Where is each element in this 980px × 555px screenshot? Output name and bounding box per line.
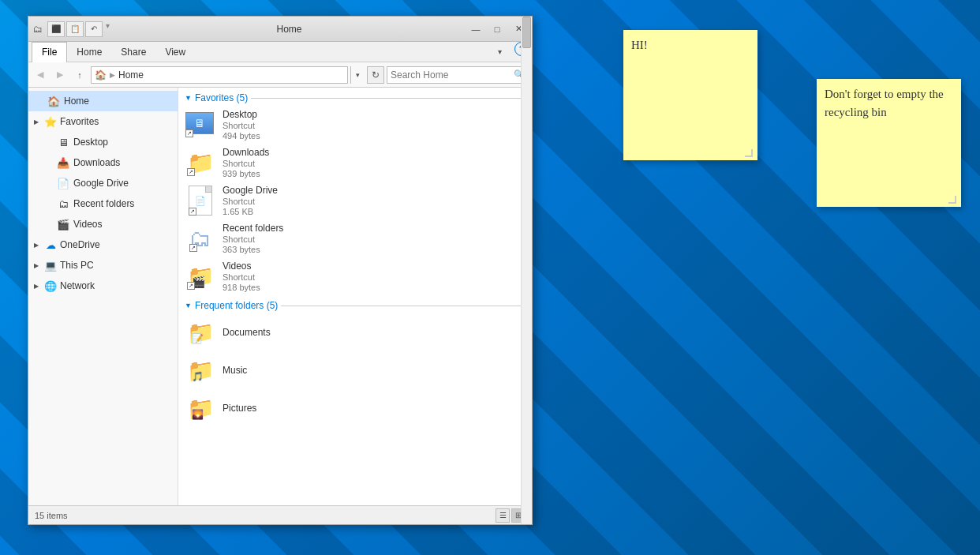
sticky-note-2[interactable]: Don't forget to empty the recycling bin [817,79,961,207]
file-name-pictures: Pictures [223,403,256,414]
file-icon-desktop: 🖥 ↗ [185,109,216,141]
title-bar-controls: — □ ✕ [466,21,529,37]
expand-this-pc-icon: ▶ [32,262,41,269]
file-item-recent-folders[interactable]: 🗂 ↗ Recent folders Shortcut 363 bytes [178,219,532,257]
file-type-downloads: Shortcut [223,159,269,168]
google-drive-icon: 📄 [57,177,69,189]
quick-access-tool-2[interactable]: 📋 [66,21,84,37]
sidebar-label-videos: Videos [73,219,102,230]
address-chevron: ▶ [110,71,115,79]
file-icon-music: 📁 🎵 [185,354,216,386]
file-explorer-window: 🗂 ⬛ 📋 ↶ ▾ Home — □ ✕ File Home Share Vie… [28,16,533,525]
home-icon: 🏠 [47,95,60,107]
title-bar: 🗂 ⬛ 📋 ↶ ▾ Home — □ ✕ [28,17,532,42]
favorites-icon: ⭐ [44,115,57,128]
sidebar-label-network: Network [60,280,95,291]
sticky-note-1[interactable]: HI! [623,30,757,160]
file-icon-videos: 📁 🎬 ↗ [185,261,216,292]
favorites-section-header[interactable]: ▼ Favorites (5) [178,88,532,106]
scrollbar[interactable] [521,88,532,505]
expand-favorites-icon: ▶ [32,118,41,126]
file-info-google-drive: Google Drive Shortcut 1.65 KB [223,185,278,216]
file-item-desktop[interactable]: 🖥 ↗ Desktop Shortcut 494 bytes [178,106,532,144]
ribbon-expand-btn[interactable]: ▾ [488,42,511,62]
forward-button[interactable]: ▶ [51,66,69,84]
expand-onedrive-icon: ▶ [32,242,41,249]
status-bar: 15 items ☰ ⊞ [28,505,532,524]
sidebar-item-downloads[interactable]: 📥 Downloads [28,152,178,173]
file-info-recent-folders: Recent folders Shortcut 363 bytes [223,223,283,254]
sidebar-item-google-drive[interactable]: 📄 Google Drive [28,173,178,193]
address-bar: ◀ ▶ ↑ 🏠 ▶ Home ▾ ↻ 🔍 [28,62,532,88]
tab-view[interactable]: View [155,42,195,62]
window-title: Home [113,24,466,35]
section-line-2 [281,306,526,306]
search-box[interactable]: 🔍 [387,66,529,84]
file-size-desktop: 494 bytes [223,131,260,141]
sticky-note-2-text: Don't forget to empty the recycling bin [825,88,944,118]
tab-share[interactable]: Share [111,42,155,62]
maximize-button[interactable]: □ [487,21,507,37]
file-name-desktop: Desktop [223,109,260,120]
file-name-documents: Documents [223,327,271,338]
sidebar: 🏠 Home ▶ ⭐ Favorites 🖥 Desktop 📥 Downloa… [28,88,178,505]
favorites-section-label: Favorites (5) [195,92,248,103]
network-icon: 🌐 [44,279,57,292]
address-path[interactable]: 🏠 ▶ Home [91,66,348,84]
tab-home[interactable]: Home [67,42,111,62]
sidebar-item-desktop[interactable]: 🖥 Desktop [28,132,178,152]
back-button[interactable]: ◀ [32,66,49,84]
file-type-recent-folders: Shortcut [223,234,283,244]
file-item-music[interactable]: 📁 🎵 Music [178,351,532,389]
recent-folders-icon: 🗂 [57,197,69,210]
file-name-music: Music [223,365,247,376]
file-info-pictures: Pictures [223,403,256,414]
file-item-videos[interactable]: 📁 🎬 ↗ Videos Shortcut 918 bytes [178,257,532,295]
file-info-downloads: Downloads Shortcut 939 bytes [223,147,269,178]
quick-access-tool-1[interactable]: ⬛ [47,21,65,37]
file-icon-google-drive: 📄 ↗ [185,185,216,216]
file-icon-recent-folders: 🗂 ↗ [185,223,216,254]
videos-icon: 🎬 [57,218,69,231]
file-size-downloads: 939 bytes [223,169,269,178]
frequent-section-header[interactable]: ▼ Frequent folders (5) [178,295,532,313]
sidebar-label-onedrive: OneDrive [60,239,100,250]
file-item-documents[interactable]: 📁 📝 Documents [178,313,532,351]
window-icon: 🗂 [32,23,44,36]
quick-access-tool-3[interactable]: ↶ [85,21,103,37]
sidebar-item-onedrive[interactable]: ▶ ☁ OneDrive [28,234,178,255]
refresh-button[interactable]: ↻ [367,66,384,84]
search-input[interactable] [391,69,511,81]
section-line-1 [251,98,526,99]
tab-file[interactable]: File [32,42,67,62]
file-size-google-drive: 1.65 KB [223,207,278,216]
file-item-downloads[interactable]: 📁 ↗ Downloads Shortcut 939 bytes [178,144,532,182]
sidebar-item-recent-folders[interactable]: 🗂 Recent folders [28,193,178,214]
file-info-music: Music [223,365,247,376]
this-pc-icon: 💻 [44,259,57,272]
list-view-button[interactable]: ☰ [496,508,510,523]
address-home-icon: 🏠 [95,69,107,81]
minimize-button[interactable]: — [466,21,486,37]
file-item-google-drive[interactable]: 📄 ↗ Google Drive Shortcut 1.65 KB [178,182,532,219]
sidebar-item-this-pc[interactable]: ▶ 💻 This PC [28,255,178,276]
sidebar-item-home[interactable]: 🏠 Home [28,91,178,111]
sidebar-item-videos[interactable]: 🎬 Videos [28,214,178,234]
file-icon-pictures: 📁 🌄 [185,392,216,424]
sidebar-item-network[interactable]: ▶ 🌐 Network [28,276,178,296]
quick-access-separator: ▾ [106,21,110,37]
up-button[interactable]: ↑ [71,66,88,84]
file-type-desktop: Shortcut [223,121,260,130]
sidebar-item-favorites[interactable]: ▶ ⭐ Favorites [28,111,178,132]
file-item-pictures[interactable]: 📁 🌄 Pictures [178,389,532,427]
sidebar-label-home: Home [64,96,89,107]
frequent-section-label: Frequent folders (5) [195,300,278,311]
file-info-documents: Documents [223,327,271,338]
ribbon-tabs: File Home Share View ▾ ? [28,42,532,62]
address-dropdown[interactable]: ▾ [350,66,365,84]
favorites-chevron-icon: ▼ [185,94,192,102]
file-info-desktop: Desktop Shortcut 494 bytes [223,109,260,141]
file-size-videos: 918 bytes [223,283,260,292]
content-area: 🏠 Home ▶ ⭐ Favorites 🖥 Desktop 📥 Downloa… [28,88,532,505]
file-name-downloads: Downloads [223,147,269,158]
